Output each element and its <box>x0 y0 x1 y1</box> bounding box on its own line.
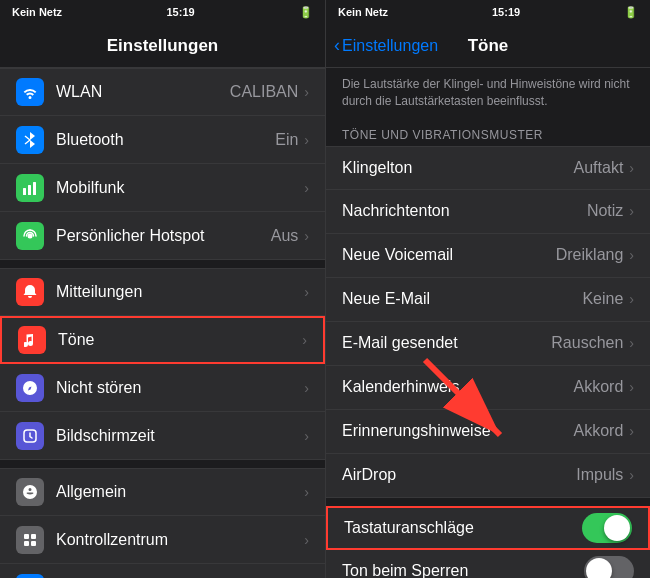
svg-rect-10 <box>31 541 36 546</box>
tone-row-nachrichtenton[interactable]: Nachrichtenton Notiz › <box>326 190 650 234</box>
back-button[interactable]: ‹ Einstellungen <box>334 35 438 56</box>
toggle-items-group: Tastaturanschläge Ton beim Sperren <box>326 506 650 578</box>
settings-row-bildschirmzeit[interactable]: Bildschirmzeit › <box>0 412 325 460</box>
left-battery-icon: 🔋 <box>299 6 313 19</box>
kalenderhinweis-label: Kalenderhinweis <box>342 378 574 396</box>
tastaturanschlaege-knob <box>604 515 630 541</box>
tone-row-airdrop[interactable]: AirDrop Impuls › <box>326 454 650 498</box>
bildschirmzeit-label: Bildschirmzeit <box>56 427 304 445</box>
svg-rect-3 <box>28 185 31 195</box>
settings-row-hotspot[interactable]: Persönlicher Hotspot Aus › <box>0 212 325 260</box>
hotspot-label: Persönlicher Hotspot <box>56 227 271 245</box>
voicemail-chevron: › <box>629 247 634 263</box>
hotspot-chevron: › <box>304 228 309 244</box>
left-time: 15:19 <box>166 6 194 18</box>
left-carrier: Kein Netz <box>12 6 62 18</box>
tone-row-voicemail[interactable]: Neue Voicemail Dreiklang › <box>326 234 650 278</box>
mitteilungen-icon <box>16 278 44 306</box>
wlan-chevron: › <box>304 84 309 100</box>
group-connectivity: WLAN CALIBAN › Bluetooth Ein › Mob <box>0 68 325 260</box>
hotspot-icon <box>16 222 44 250</box>
mobilfunk-icon <box>16 174 44 202</box>
allgemein-chevron: › <box>304 484 309 500</box>
left-settings-list: WLAN CALIBAN › Bluetooth Ein › Mob <box>0 68 325 578</box>
right-panel: Kein Netz 15:19 🔋 ‹ Einstellungen Töne D… <box>325 0 650 578</box>
neue-email-chevron: › <box>629 291 634 307</box>
voicemail-label: Neue Voicemail <box>342 246 556 264</box>
group-notifications: Mitteilungen › Töne › Nicht stören › <box>0 268 325 460</box>
tone-row-neue-email[interactable]: Neue E-Mail Keine › <box>326 278 650 322</box>
section-header: TÖNE UND VIBRATIONSMUSTER <box>326 122 650 146</box>
right-nav-header-inner: ‹ Einstellungen Töne <box>334 35 642 56</box>
left-status-icons: 🔋 <box>299 6 313 19</box>
tastaturanschlaege-label: Tastaturanschläge <box>344 519 582 537</box>
mitteilungen-chevron: › <box>304 284 309 300</box>
voicemail-value: Dreiklang <box>556 246 624 264</box>
klingelton-value: Auftakt <box>574 159 624 177</box>
bluetooth-icon <box>16 126 44 154</box>
nicht-stoeren-icon <box>16 374 44 402</box>
info-text: Die Lautstärke der Klingel- und Hinweist… <box>326 68 650 122</box>
ton-sperren-toggle[interactable] <box>584 556 634 578</box>
toggle-row-tastaturanschlaege: Tastaturanschläge <box>326 506 650 550</box>
right-nav-title: Töne <box>468 36 509 56</box>
anzeige-icon: AA <box>16 574 44 579</box>
settings-row-anzeige[interactable]: AA Anzeige & Helligkeit › <box>0 564 325 578</box>
tone-row-kalenderhinweis[interactable]: Kalenderhinweis Akkord › <box>326 366 650 410</box>
airdrop-chevron: › <box>629 467 634 483</box>
toene-label: Töne <box>58 331 302 349</box>
tastaturanschlaege-toggle[interactable] <box>582 513 632 543</box>
airdrop-value: Impuls <box>576 466 623 484</box>
settings-row-bluetooth[interactable]: Bluetooth Ein › <box>0 116 325 164</box>
settings-row-wlan[interactable]: WLAN CALIBAN › <box>0 68 325 116</box>
mobilfunk-chevron: › <box>304 180 309 196</box>
bildschirmzeit-chevron: › <box>304 428 309 444</box>
hotspot-value: Aus <box>271 227 299 245</box>
nachrichtenton-label: Nachrichtenton <box>342 202 587 220</box>
erinnerung-chevron: › <box>629 423 634 439</box>
kontrollzentrum-icon <box>16 526 44 554</box>
neue-email-label: Neue E-Mail <box>342 290 582 308</box>
wlan-label: WLAN <box>56 83 230 101</box>
right-status-bar: Kein Netz 15:19 🔋 <box>326 0 650 24</box>
ton-sperren-knob <box>586 558 612 578</box>
settings-row-allgemein[interactable]: Allgemein › <box>0 468 325 516</box>
wlan-icon <box>16 78 44 106</box>
svg-rect-9 <box>24 541 29 546</box>
settings-row-nicht-stoeren[interactable]: Nicht stören › <box>0 364 325 412</box>
app-container: Kein Netz 15:19 🔋 Einstellungen WLAN CAL… <box>0 0 650 578</box>
svg-rect-7 <box>24 534 29 539</box>
wlan-value: CALIBAN <box>230 83 298 101</box>
left-status-bar: Kein Netz 15:19 🔋 <box>0 0 325 24</box>
tone-row-erinnerung[interactable]: Erinnerungshinweise Akkord › <box>326 410 650 454</box>
settings-row-kontrollzentrum[interactable]: Kontrollzentrum › <box>0 516 325 564</box>
kontrollzentrum-label: Kontrollzentrum <box>56 531 304 549</box>
kalenderhinweis-chevron: › <box>629 379 634 395</box>
settings-row-toene[interactable]: Töne › <box>0 316 325 364</box>
bildschirmzeit-icon <box>16 422 44 450</box>
bluetooth-value: Ein <box>275 131 298 149</box>
spacer-1 <box>0 260 325 268</box>
svg-rect-4 <box>33 182 36 195</box>
right-status-icons: 🔋 <box>624 6 638 19</box>
right-time: 15:19 <box>492 6 520 18</box>
spacer-right-1 <box>326 498 650 506</box>
settings-row-mitteilungen[interactable]: Mitteilungen › <box>0 268 325 316</box>
erinnerung-value: Akkord <box>574 422 624 440</box>
erinnerung-label: Erinnerungshinweise <box>342 422 574 440</box>
toene-icon <box>18 326 46 354</box>
back-chevron-icon: ‹ <box>334 35 340 56</box>
right-nav-header: ‹ Einstellungen Töne <box>326 24 650 68</box>
svg-point-5 <box>28 233 33 238</box>
nicht-stoeren-label: Nicht stören <box>56 379 304 397</box>
airdrop-label: AirDrop <box>342 466 576 484</box>
email-gesendet-chevron: › <box>629 335 634 351</box>
tone-row-klingelton[interactable]: Klingelton Auftakt › <box>326 146 650 190</box>
svg-rect-2 <box>23 188 26 195</box>
mobilfunk-label: Mobilfunk <box>56 179 298 197</box>
svg-line-1 <box>25 140 30 144</box>
ton-sperren-label: Ton beim Sperren <box>342 562 584 578</box>
tone-row-email-gesendet[interactable]: E-Mail gesendet Rauschen › <box>326 322 650 366</box>
left-panel: Kein Netz 15:19 🔋 Einstellungen WLAN CAL… <box>0 0 325 578</box>
settings-row-mobilfunk[interactable]: Mobilfunk › <box>0 164 325 212</box>
